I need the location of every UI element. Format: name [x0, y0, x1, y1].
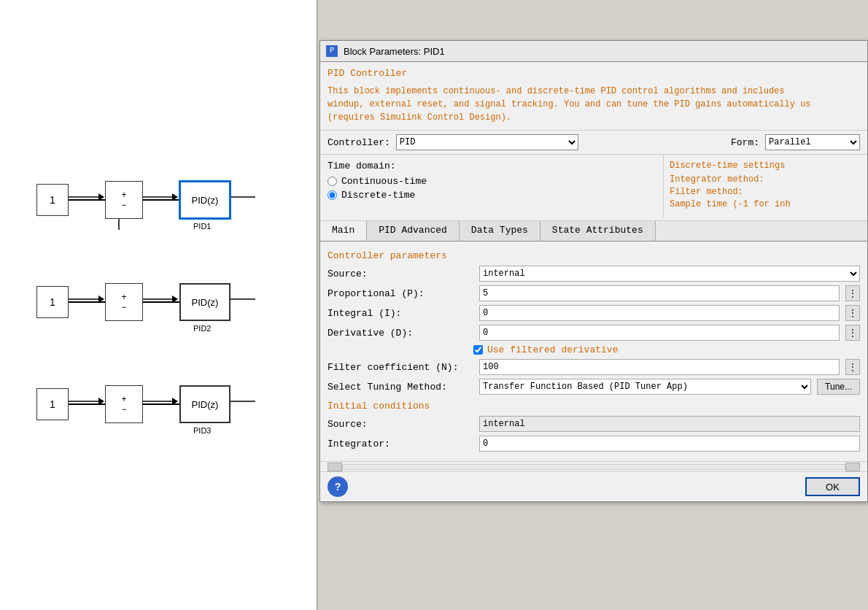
scroll-left-btn[interactable]	[328, 463, 342, 471]
tuning-method-label: Select Tuning Method:	[328, 382, 473, 393]
tab-main[interactable]: Main	[320, 221, 367, 241]
dialog-title: Block Parameters: PID1	[344, 46, 445, 57]
source-row: Source: internal	[328, 266, 860, 282]
time-domain-row: Time domain: Continuous-time Discrete-ti…	[320, 154, 867, 217]
simulink-canvas: 1 + − PID(z) PID1 1 + − PID(z) PID2 1	[0, 0, 317, 610]
integral-dots-btn[interactable]: ⋮	[845, 305, 860, 321]
dialog-icon: P	[326, 45, 338, 57]
tab-state-attributes[interactable]: State Attributes	[540, 221, 656, 241]
const3-block[interactable]: 1	[36, 388, 69, 420]
discrete-settings-title: Discrete-time settings	[670, 161, 861, 171]
main-tab-content: Controller parameters Source: internal P…	[320, 242, 867, 461]
help-button[interactable]: ?	[328, 476, 348, 497]
wire1a	[69, 199, 105, 201]
source-field-label: Source:	[328, 269, 473, 279]
ok-button[interactable]: OK	[805, 477, 860, 496]
integral-input[interactable]	[479, 305, 840, 321]
pid3-name: PID3	[193, 426, 211, 435]
pid2-row: 1 + − PID(z)	[36, 283, 230, 321]
wire2a	[69, 301, 105, 303]
discrete-settings-panel: Discrete-time settings Integrator method…	[663, 155, 867, 217]
continuous-time-option[interactable]: Continuous-time	[328, 176, 656, 187]
horizontal-scrollbar[interactable]	[320, 461, 867, 471]
filter-coeff-dots-btn[interactable]: ⋮	[845, 359, 860, 375]
block-type-label: PID Controller	[320, 62, 867, 82]
const3-value: 1	[50, 398, 55, 410]
const1-block[interactable]: 1	[36, 184, 69, 216]
wire1b	[143, 199, 179, 201]
you-text: You	[564, 99, 580, 109]
ic-source-row: Source:	[328, 416, 860, 432]
dialog-titlebar: P Block Parameters: PID1	[320, 41, 867, 62]
filter-coeff-input[interactable]	[479, 359, 840, 375]
sum2-block[interactable]: + −	[105, 283, 143, 321]
pid2-block[interactable]: PID(z)	[179, 283, 230, 321]
continuous-radio[interactable]	[328, 177, 337, 186]
discrete-radio[interactable]	[328, 190, 337, 200]
wire2b	[143, 301, 179, 303]
tabs-bar: Main PID Advanced Data Types State Attri…	[320, 220, 867, 242]
derivative-label: Derivative (D):	[328, 328, 473, 339]
integral-label: Integral (I):	[328, 308, 473, 319]
filter-method-label: Filter method:	[670, 187, 861, 197]
controller-params-title: Controller parameters	[328, 250, 860, 261]
description-text: This block implements continuous- and di…	[320, 82, 867, 130]
pid3-row: 1 + − PID(z)	[36, 385, 230, 423]
tab-pid-advanced[interactable]: PID Advanced	[367, 221, 460, 241]
discrete-time-option[interactable]: Discrete-time	[328, 190, 656, 201]
scrollbar-track[interactable]	[342, 464, 845, 470]
settings-area: Controller: PID Form: Parallel Time doma…	[320, 130, 867, 217]
filtered-derivative-checkbox[interactable]	[473, 345, 483, 355]
wire3a	[69, 404, 105, 405]
pid3-label: PID(z)	[192, 399, 219, 410]
integral-row: Integral (I): ⋮	[328, 305, 860, 321]
proportional-label: Proportional (P):	[328, 288, 473, 299]
continuous-label: Continuous-time	[341, 176, 427, 187]
tune-button[interactable]: Tune...	[817, 379, 860, 395]
tuning-method-dropdown[interactable]: Transfer Function Based (PID Tuner App)	[479, 379, 811, 395]
integrator-method-label: Integrator method:	[670, 174, 861, 185]
pid1-row: 1 + − PID(z)	[36, 181, 230, 219]
controller-dropdown[interactable]: PID	[396, 134, 578, 150]
sum3-block[interactable]: + −	[105, 385, 143, 423]
controller-field-label: Controller:	[328, 137, 390, 148]
pid1-label: PID(z)	[192, 195, 219, 206]
discrete-label: Discrete-time	[341, 190, 415, 201]
controller-row: Controller: PID Form: Parallel	[320, 130, 867, 154]
derivative-dots-btn[interactable]: ⋮	[845, 325, 860, 341]
sample-time-label: Sample time (-1 for inh	[670, 199, 861, 209]
wire3b	[143, 404, 179, 405]
derivative-row: Derivative (D): ⋮	[328, 325, 860, 341]
pid3-block[interactable]: PID(z)	[179, 385, 230, 423]
form-field-label: Form:	[731, 137, 759, 148]
proportional-row: Proportional (P): ⋮	[328, 285, 860, 301]
proportional-input[interactable]	[479, 285, 840, 301]
source-dropdown[interactable]: internal	[479, 266, 860, 282]
const1-value: 1	[50, 194, 55, 206]
filtered-derivative-label: Use filtered derivative	[487, 344, 618, 355]
initial-conditions-title: Initial conditions	[328, 401, 860, 412]
time-domain-label: Time domain:	[328, 161, 656, 171]
derivative-input[interactable]	[479, 325, 840, 341]
pid2-name: PID2	[193, 324, 211, 333]
const2-block[interactable]: 1	[36, 286, 69, 318]
tuning-method-row: Select Tuning Method: Transfer Function …	[328, 379, 860, 395]
and-text: and	[585, 99, 601, 109]
pid2-label: PID(z)	[192, 297, 219, 308]
ic-integrator-input[interactable]	[479, 436, 860, 452]
pid1-block[interactable]: PID(z)	[179, 181, 230, 219]
ic-integrator-row: Integrator:	[328, 436, 860, 452]
dialog-footer: ? OK	[320, 471, 867, 501]
sum1-block[interactable]: + −	[105, 181, 143, 219]
scroll-right-btn[interactable]	[845, 463, 860, 471]
proportional-dots-btn[interactable]: ⋮	[845, 285, 860, 301]
ic-source-label: Source:	[328, 419, 473, 430]
time-domain-radios: Continuous-time Discrete-time	[328, 176, 656, 201]
filtered-derivative-row: Use filtered derivative	[473, 344, 860, 355]
block-parameters-dialog: P Block Parameters: PID1 PID Controller …	[319, 40, 868, 502]
ic-source-input[interactable]	[479, 416, 860, 432]
tab-data-types[interactable]: Data Types	[460, 221, 540, 241]
time-domain-left: Time domain: Continuous-time Discrete-ti…	[320, 155, 663, 217]
form-dropdown[interactable]: Parallel	[765, 134, 860, 150]
const2-value: 1	[50, 296, 55, 308]
